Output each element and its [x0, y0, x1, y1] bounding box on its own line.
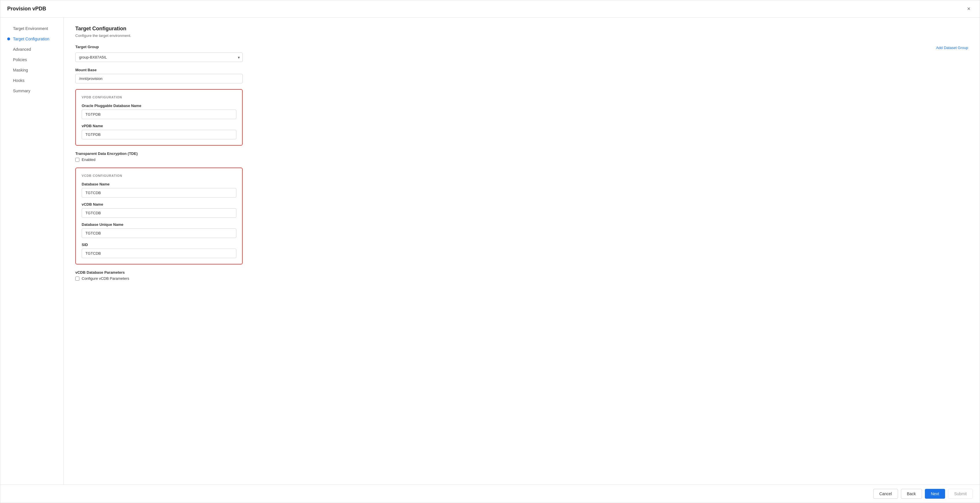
main-content: Target Configuration Configure the targe…	[64, 17, 980, 484]
sidebar-label-advanced: Advanced	[13, 47, 31, 52]
tde-section: Transparent Data Encryption (TDE) Enable…	[75, 151, 968, 162]
sidebar-label-policies: Policies	[13, 57, 27, 62]
vcdb-params-checkbox-row: Configure vCDB Parameters	[75, 276, 968, 281]
add-dataset-group-link[interactable]: Add Dataset Group	[936, 46, 968, 50]
tde-label: Transparent Data Encryption (TDE)	[75, 151, 968, 156]
sid-label: SID	[82, 243, 236, 247]
sidebar: Target Environment Target Configuration …	[0, 17, 64, 484]
mount-base-input[interactable]	[75, 74, 243, 83]
sidebar-label-target-environment: Target Environment	[13, 26, 48, 31]
sidebar-item-masking[interactable]: Masking	[0, 65, 64, 75]
submit-button[interactable]: Submit	[948, 489, 973, 499]
mount-base-label: Mount Base	[75, 68, 968, 72]
modal-container: Provision vPDB × Target Environment Targ…	[0, 0, 980, 503]
vcdb-params-section: vCDB Database Parameters Configure vCDB …	[75, 270, 968, 281]
vcdb-config-section: VCDB CONFIGURATION Database Name vCDB Na…	[75, 168, 243, 265]
cancel-button[interactable]: Cancel	[873, 489, 898, 499]
tde-enabled-checkbox[interactable]	[75, 158, 80, 162]
vpdb-name-field: vPDB Name	[82, 124, 236, 139]
page-title: Target Configuration	[75, 26, 968, 32]
target-group-group: Target Group Add Dataset Group group-BX8…	[75, 45, 968, 62]
sidebar-label-summary: Summary	[13, 89, 30, 93]
vcdb-config-title: VCDB CONFIGURATION	[82, 174, 236, 178]
modal-footer: Cancel Back Next Submit	[0, 484, 980, 503]
target-group-select[interactable]: group-BX87A5IL	[75, 52, 243, 62]
target-group-label-row: Target Group Add Dataset Group	[75, 45, 968, 51]
next-button[interactable]: Next	[925, 489, 945, 499]
vpdb-name-input[interactable]	[82, 130, 236, 139]
db-unique-name-input[interactable]	[82, 228, 236, 238]
active-dot	[7, 38, 10, 40]
target-group-label: Target Group	[75, 45, 99, 49]
mount-base-group: Mount Base	[75, 68, 968, 83]
vcdb-params-checkbox[interactable]	[75, 276, 80, 281]
vcdb-name-field: vCDB Name	[82, 202, 236, 218]
dot-placeholder-4	[7, 58, 10, 61]
sidebar-item-target-configuration[interactable]: Target Configuration	[0, 34, 64, 44]
vpdb-config-section: VPDB CONFIGURATION Oracle Pluggable Data…	[75, 89, 243, 146]
oracle-pdb-input[interactable]	[82, 109, 236, 119]
sidebar-label-target-configuration: Target Configuration	[13, 36, 49, 41]
vpdb-name-label: vPDB Name	[82, 124, 236, 128]
tde-enabled-label: Enabled	[82, 157, 95, 162]
close-button[interactable]: ×	[965, 4, 973, 13]
modal-body: Target Environment Target Configuration …	[0, 17, 980, 484]
back-button[interactable]: Back	[901, 489, 922, 499]
vcdb-name-input[interactable]	[82, 208, 236, 218]
modal-title: Provision vPDB	[7, 6, 46, 12]
sidebar-label-hooks: Hooks	[13, 78, 24, 83]
sid-field: SID	[82, 243, 236, 258]
dot-placeholder-7	[7, 89, 10, 92]
sidebar-label-masking: Masking	[13, 68, 28, 72]
dot-placeholder-6	[7, 79, 10, 82]
sidebar-item-target-environment[interactable]: Target Environment	[0, 23, 64, 34]
vcdb-params-configure-label: Configure vCDB Parameters	[82, 276, 129, 281]
sidebar-item-policies[interactable]: Policies	[0, 54, 64, 65]
db-unique-name-field: Database Unique Name	[82, 222, 236, 238]
dot-placeholder-3	[7, 48, 10, 51]
db-name-field: Database Name	[82, 182, 236, 198]
vcdb-params-label: vCDB Database Parameters	[75, 270, 968, 275]
page-subtitle: Configure the target environment.	[75, 33, 968, 38]
oracle-pdb-field: Oracle Pluggable Database Name	[82, 103, 236, 119]
vpdb-config-title: VPDB CONFIGURATION	[82, 95, 236, 99]
dot-placeholder-1	[7, 27, 10, 30]
sidebar-item-advanced[interactable]: Advanced	[0, 44, 64, 54]
oracle-pdb-label: Oracle Pluggable Database Name	[82, 103, 236, 108]
modal-header: Provision vPDB ×	[0, 0, 980, 17]
sidebar-item-hooks[interactable]: Hooks	[0, 75, 64, 86]
vcdb-name-label: vCDB Name	[82, 202, 236, 206]
tde-checkbox-row: Enabled	[75, 157, 968, 162]
sidebar-item-summary[interactable]: Summary	[0, 86, 64, 96]
target-group-select-wrapper: group-BX87A5IL	[75, 52, 243, 62]
sid-input[interactable]	[82, 249, 236, 258]
dot-placeholder-5	[7, 69, 10, 71]
db-name-input[interactable]	[82, 188, 236, 198]
db-name-label: Database Name	[82, 182, 236, 186]
db-unique-name-label: Database Unique Name	[82, 222, 236, 227]
